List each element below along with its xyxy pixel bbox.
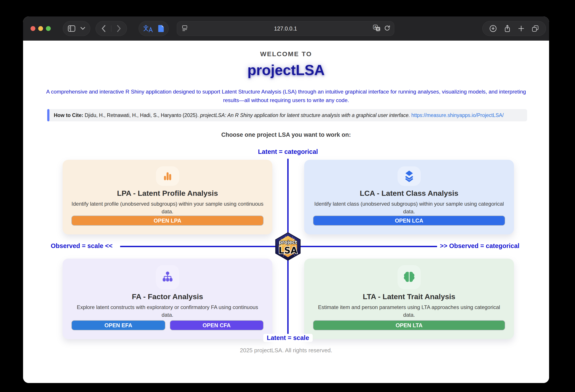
fa-description: Explore latent constructs with explorato… (72, 303, 264, 319)
open-lca-button[interactable]: OPEN LCA (313, 215, 505, 226)
translate-button[interactable] (143, 24, 153, 32)
welcome-heading: WELCOME TO (23, 50, 549, 58)
card-lca: LCA - Latent Class Analysis Identify lat… (304, 160, 514, 234)
lca-iconbox (398, 166, 421, 186)
lca-description: Identify latent class (unobserved subgro… (313, 200, 505, 215)
axis-label-bottom: Latent = scale (263, 334, 313, 342)
history-nav (96, 21, 127, 36)
close-button[interactable] (30, 26, 35, 31)
chevron-left-icon (101, 25, 106, 32)
sidebar-toggle-button[interactable] (68, 25, 75, 32)
open-lta-button[interactable]: OPEN LTA (313, 320, 505, 330)
share-icon (503, 24, 511, 33)
citation-work: projectLSA: An R Shiny application for l… (200, 112, 410, 118)
fullscreen-button[interactable] (46, 26, 51, 31)
lta-iconbox (398, 265, 421, 289)
translate-page-button[interactable]: A (373, 24, 380, 32)
open-efa-button[interactable]: OPEN EFA (72, 320, 165, 330)
chevron-right-icon (117, 25, 121, 32)
citation-label: How to Cite: (54, 112, 83, 118)
tab-overview-button[interactable] (531, 25, 539, 32)
url-text[interactable]: 127.0.0.1 (177, 25, 394, 32)
reload-icon (384, 25, 390, 31)
brain-icon (403, 271, 416, 284)
card-lpa: LPA - Latent Profile Analysis Identify l… (63, 160, 272, 234)
citation-box: How to Cite: Djidu, H., Retnawati, H., H… (47, 109, 527, 121)
download-icon (489, 25, 497, 32)
sidebar-menu-button[interactable] (80, 27, 85, 30)
citation-link[interactable]: https://measure.shinyapps.io/ProjectLSA/ (411, 112, 504, 118)
choose-prompt: Choose one project LSA you want to work … (23, 132, 549, 138)
page-content: WELCOME TO projectLSA A comprehensive an… (23, 41, 549, 383)
lpa-iconbox (156, 166, 179, 186)
back-button[interactable] (101, 25, 106, 32)
layers-icon (403, 170, 416, 183)
fa-iconbox (156, 265, 179, 289)
open-lpa-button[interactable]: OPEN LPA (72, 215, 264, 226)
address-bar[interactable]: 127.0.0.1 A (177, 21, 394, 36)
page-tools (139, 21, 169, 36)
open-cfa-button[interactable]: OPEN CFA (170, 320, 264, 330)
axis-label-left: Observed = scale << (51, 242, 113, 250)
card-lta: LTA - Latent Trait Analysis Estimate ite… (304, 258, 514, 339)
logo-text-top: project (279, 240, 297, 245)
minimize-button[interactable] (38, 26, 43, 31)
sidebar-controls (63, 21, 90, 36)
logo-text-bottom: LSA (279, 245, 297, 255)
nav-divider (111, 25, 112, 32)
browser-toolbar: 127.0.0.1 A (23, 17, 549, 41)
citation-authors: Djidu, H., Retnawati, H., Hadi, S., Hary… (85, 112, 199, 118)
sitemap-icon (161, 271, 174, 284)
plus-icon (518, 25, 525, 32)
sidebar-icon (68, 25, 75, 32)
projectlsa-logo: project LSA (274, 232, 302, 261)
lca-title: LCA - Latent Class Analysis (360, 189, 458, 198)
axis-label-right: >> Observed = categorical (440, 242, 519, 250)
card-fa: FA - Factor Analysis Explore latent cons… (63, 258, 272, 339)
traffic-lights (30, 26, 51, 31)
axis-label-top: Latent = categorical (258, 148, 318, 155)
chevron-down-icon (80, 27, 85, 30)
intro-paragraph: A comprehensive and interactive R Shiny … (40, 88, 533, 104)
translate-icon (143, 24, 153, 32)
lta-title: LTA - Latent Trait Analysis (363, 292, 455, 301)
reload-button[interactable] (384, 25, 390, 32)
reader-button[interactable] (157, 24, 165, 33)
tabs-icon (531, 25, 539, 32)
forward-button[interactable] (117, 25, 121, 32)
window-actions (482, 21, 546, 36)
new-tab-button[interactable] (518, 25, 525, 32)
lpa-description: Identify latent profile (unobserved subg… (72, 200, 264, 215)
translate-badge-icon: A (373, 24, 380, 32)
document-icon (157, 24, 165, 33)
browser-window: 127.0.0.1 A (23, 17, 549, 383)
page-title: projectLSA (23, 62, 549, 78)
footer-text: 2025 projectLSA. All rights reserved. (23, 347, 549, 354)
lpa-title: LPA - Latent Profile Analysis (117, 189, 218, 198)
bar-chart-icon (161, 170, 174, 183)
downloads-button[interactable] (489, 25, 497, 32)
share-button[interactable] (503, 24, 511, 33)
fa-title: FA - Factor Analysis (132, 292, 203, 301)
lta-description: Estimate item and person parameters usin… (313, 303, 505, 319)
